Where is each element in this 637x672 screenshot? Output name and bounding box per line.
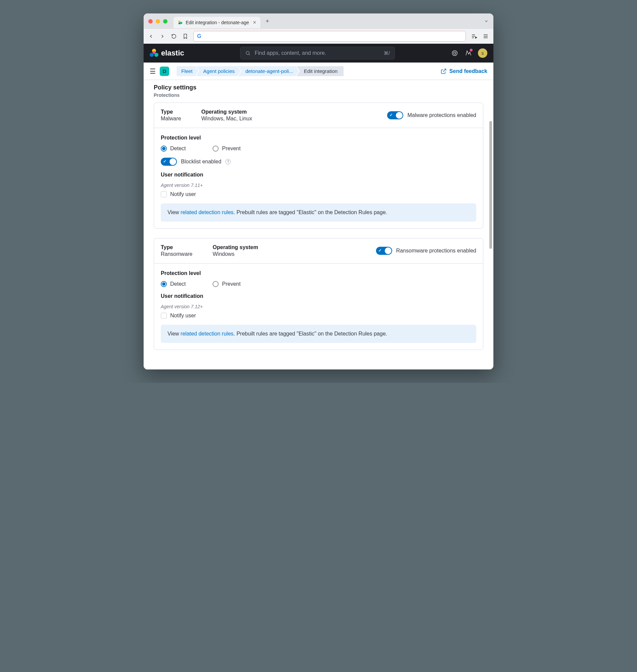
malware-toggle-label: Malware protections enabled xyxy=(407,112,476,118)
global-search[interactable]: Find apps, content, and more. ⌘/ xyxy=(240,47,395,59)
type-label: Type xyxy=(161,244,193,250)
breadcrumb-policy[interactable]: detonate-agent-poli... xyxy=(238,66,299,76)
malware-card: Type Malware Operating system Windows, M… xyxy=(154,102,483,229)
browser-titlebar: Edit integration - detonate-age × + xyxy=(144,14,493,29)
svg-point-12 xyxy=(452,51,457,56)
radio-on-icon xyxy=(161,281,167,287)
search-icon xyxy=(245,51,251,56)
os-label: Operating system xyxy=(213,244,258,250)
elastic-logo-icon xyxy=(150,49,159,57)
google-icon: G xyxy=(197,33,201,39)
nav-controls xyxy=(148,34,188,39)
page-content: Policy settings Protections Type Malware… xyxy=(144,80,493,370)
radio-off-icon xyxy=(213,281,219,287)
browser-toolbar: G xyxy=(144,29,493,44)
ransomware-os-value: Windows xyxy=(213,251,258,257)
malware-callout: View related detection rules. Prebuilt r… xyxy=(161,203,476,222)
ransomware-toggle-label: Ransomware protections enabled xyxy=(396,248,476,254)
ransomware-protection-toggle[interactable] xyxy=(376,247,392,255)
svg-point-13 xyxy=(454,52,456,54)
svg-point-2 xyxy=(179,22,180,24)
close-window-button[interactable] xyxy=(148,19,153,23)
breadcrumb-agent-policies[interactable]: Agent policies xyxy=(196,66,240,76)
breadcrumb-fleet[interactable]: Fleet xyxy=(177,66,198,76)
related-rules-link[interactable]: related detection rules xyxy=(181,209,233,215)
maximize-window-button[interactable] xyxy=(163,19,167,23)
reload-button[interactable] xyxy=(171,34,177,39)
svg-point-0 xyxy=(178,20,181,23)
page-title: Policy settings xyxy=(154,84,483,91)
malware-type-value: Malware xyxy=(161,116,181,122)
svg-line-14 xyxy=(443,69,446,72)
protection-level-heading: Protection level xyxy=(161,135,476,141)
header-actions: s xyxy=(451,49,487,58)
close-tab-icon[interactable]: × xyxy=(253,19,256,25)
malware-prevent-radio[interactable]: Prevent xyxy=(213,146,240,152)
help-icon[interactable] xyxy=(451,50,458,57)
toolbar-right xyxy=(471,33,489,39)
malware-os-value: Windows, Mac, Linux xyxy=(201,116,252,122)
send-feedback-link[interactable]: Send feedback xyxy=(441,68,487,74)
external-link-icon xyxy=(441,68,447,74)
malware-notify-checkbox-row[interactable]: Notify user xyxy=(161,191,476,197)
ransomware-version-hint: Agent version 7.12+ xyxy=(161,304,476,309)
malware-card-body: Protection level Detect Prevent Blocklis… xyxy=(154,128,483,228)
nav-toggle-button[interactable]: ☰ xyxy=(150,67,156,75)
app-header: elastic Find apps, content, and more. ⌘/… xyxy=(144,44,493,62)
address-bar[interactable]: G xyxy=(194,31,466,42)
scrollbar[interactable] xyxy=(489,121,492,249)
search-placeholder: Find apps, content, and more. xyxy=(255,50,326,56)
back-button[interactable] xyxy=(148,34,154,39)
ransomware-detect-radio[interactable]: Detect xyxy=(161,281,186,287)
malware-card-header: Type Malware Operating system Windows, M… xyxy=(154,103,483,128)
breadcrumbs: Fleet Agent policies detonate-agent-poli… xyxy=(173,66,344,76)
malware-version-hint: Agent version 7.11+ xyxy=(161,183,476,188)
browser-tab[interactable]: Edit integration - detonate-age × xyxy=(174,17,260,28)
related-rules-link[interactable]: related detection rules xyxy=(181,331,233,336)
space-selector[interactable]: D xyxy=(160,67,169,76)
chevron-down-icon[interactable] xyxy=(484,19,489,23)
svg-marker-6 xyxy=(476,37,477,39)
elastic-logo[interactable]: elastic xyxy=(150,49,184,57)
ransomware-prevent-radio[interactable]: Prevent xyxy=(213,281,240,287)
elastic-favicon-icon xyxy=(178,20,183,25)
user-notification-heading: User notification xyxy=(161,172,476,178)
blocklist-toggle[interactable] xyxy=(161,158,177,166)
blocklist-label: Blocklist enabled xyxy=(181,159,221,165)
newsfeed-icon[interactable] xyxy=(465,50,472,57)
minimize-window-button[interactable] xyxy=(156,19,160,23)
ransomware-card-header: Type Ransomware Operating system Windows… xyxy=(154,238,483,263)
playlist-icon[interactable] xyxy=(471,33,477,39)
svg-point-10 xyxy=(246,52,249,54)
malware-detect-radio[interactable]: Detect xyxy=(161,146,186,152)
ransomware-notify-checkbox-row[interactable]: Notify user xyxy=(161,313,476,319)
user-avatar[interactable]: s xyxy=(478,49,487,58)
brand-text: elastic xyxy=(161,49,184,57)
radio-off-icon xyxy=(213,146,219,152)
tab-title: Edit integration - detonate-age xyxy=(186,20,249,25)
radio-on-icon xyxy=(161,146,167,152)
user-notification-heading: User notification xyxy=(161,293,476,299)
sub-header: ☰ D Fleet Agent policies detonate-agent-… xyxy=(144,62,493,80)
notification-dot-icon xyxy=(470,49,473,52)
bookmark-icon[interactable] xyxy=(183,34,188,39)
browser-window: Edit integration - detonate-age × + G el… xyxy=(144,14,493,370)
breadcrumb-current: Edit integration xyxy=(297,66,344,76)
forward-button[interactable] xyxy=(160,34,165,39)
search-shortcut: ⌘/ xyxy=(384,51,390,56)
protection-level-heading: Protection level xyxy=(161,270,476,276)
new-tab-button[interactable]: + xyxy=(266,18,269,25)
ransomware-type-value: Ransomware xyxy=(161,251,193,257)
window-controls xyxy=(148,19,167,23)
ransomware-card: Type Ransomware Operating system Windows… xyxy=(154,238,483,350)
checkbox-icon xyxy=(161,191,167,197)
ransomware-card-body: Protection level Detect Prevent User not… xyxy=(154,263,483,350)
os-label: Operating system xyxy=(201,109,252,115)
malware-protection-toggle[interactable] xyxy=(387,111,403,119)
checkbox-icon xyxy=(161,313,167,319)
menu-icon[interactable] xyxy=(483,33,489,39)
svg-point-1 xyxy=(180,22,182,24)
ransomware-callout: View related detection rules. Prebuilt r… xyxy=(161,325,476,343)
svg-line-11 xyxy=(249,54,250,55)
help-tooltip-icon[interactable]: ? xyxy=(225,159,231,164)
